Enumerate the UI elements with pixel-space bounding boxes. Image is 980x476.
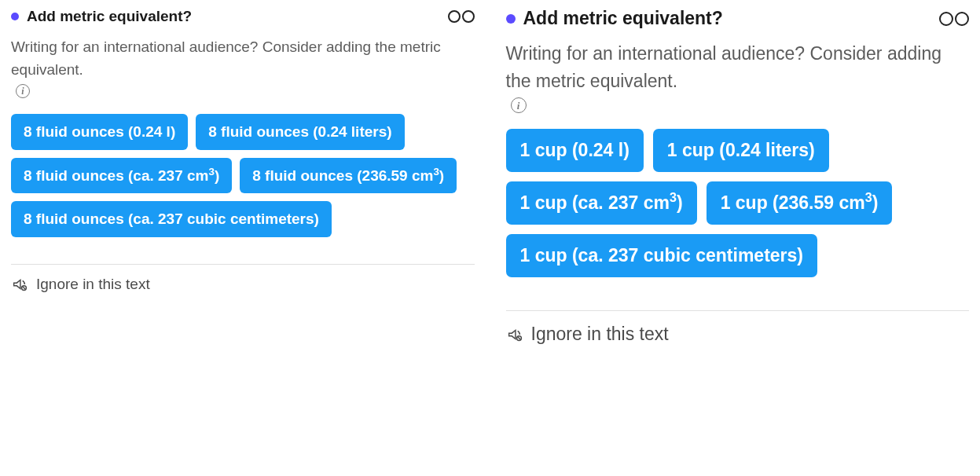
- glasses-icon[interactable]: [939, 12, 969, 26]
- suggestion-chip[interactable]: 8 fluid ounces (0.24 l): [11, 114, 188, 150]
- ignore-label: Ignore in this text: [36, 276, 150, 293]
- mute-icon: [11, 276, 28, 293]
- panel-header: Add metric equivalent?: [11, 8, 475, 25]
- suggestion-panel: Add metric equivalent? Writing for an in…: [506, 8, 970, 345]
- panel-description: Writing for an international audience? C…: [11, 36, 475, 98]
- panel-header-left: Add metric equivalent?: [11, 8, 192, 25]
- suggestion-chip[interactable]: 8 fluid ounces (ca. 237 cubic centimeter…: [11, 201, 332, 237]
- info-icon[interactable]: i: [511, 97, 527, 113]
- suggestion-chip[interactable]: 1 cup (0.24 liters): [653, 129, 829, 172]
- suggestion-chip[interactable]: 8 fluid ounces (0.24 liters): [196, 114, 404, 150]
- bullet-icon: [11, 13, 19, 20]
- bullet-icon: [506, 14, 516, 24]
- ignore-button[interactable]: Ignore in this text: [506, 310, 970, 345]
- ignore-button[interactable]: Ignore in this text: [11, 264, 475, 293]
- ignore-label: Ignore in this text: [531, 324, 669, 345]
- panel-description: Writing for an international audience? C…: [506, 40, 970, 113]
- panel-title: Add metric equivalent?: [27, 8, 192, 25]
- suggestion-list: 8 fluid ounces (0.24 l) 8 fluid ounces (…: [11, 114, 475, 237]
- svg-line-3: [517, 336, 520, 339]
- suggestion-chip[interactable]: 1 cup (236.59 cm3): [707, 181, 893, 225]
- mute-icon: [506, 326, 523, 343]
- panel-description-text: Writing for an international audience? C…: [11, 36, 475, 81]
- suggestion-chip[interactable]: 8 fluid ounces (ca. 237 cm3): [11, 158, 232, 194]
- info-icon[interactable]: i: [16, 84, 30, 98]
- suggestion-chip[interactable]: 1 cup (ca. 237 cubic centimeters): [506, 234, 818, 277]
- suggestion-list: 1 cup (0.24 l) 1 cup (0.24 liters) 1 cup…: [506, 129, 970, 277]
- glasses-icon[interactable]: [448, 10, 475, 23]
- suggestion-panel: Add metric equivalent? Writing for an in…: [11, 8, 475, 345]
- svg-line-1: [22, 286, 25, 289]
- suggestion-chip[interactable]: 1 cup (ca. 237 cm3): [506, 181, 697, 225]
- panel-title: Add metric equivalent?: [523, 8, 723, 29]
- suggestion-chip[interactable]: 8 fluid ounces (236.59 cm3): [240, 158, 457, 194]
- panel-description-text: Writing for an international audience? C…: [506, 40, 970, 94]
- panel-header: Add metric equivalent?: [506, 8, 970, 29]
- panel-header-left: Add metric equivalent?: [506, 8, 723, 29]
- suggestion-chip[interactable]: 1 cup (0.24 l): [506, 129, 644, 172]
